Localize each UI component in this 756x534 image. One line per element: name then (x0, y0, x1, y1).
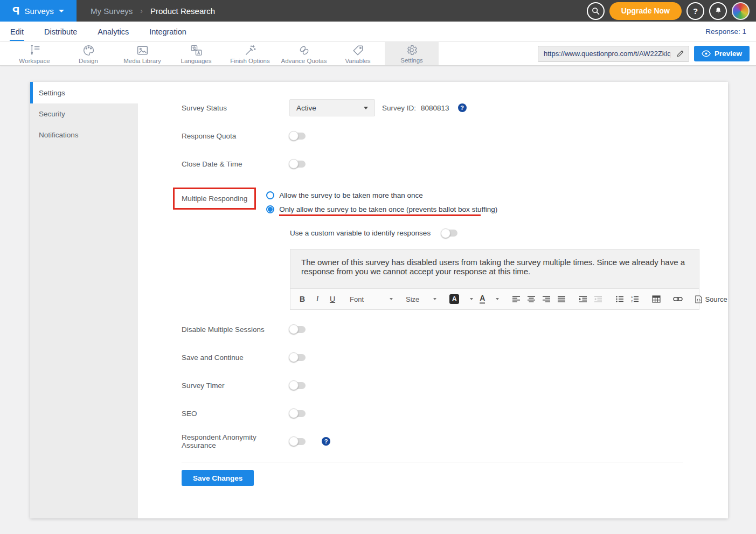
response-quota-label: Response Quota (182, 132, 289, 140)
radio-option-allow-multiple[interactable]: Allow the survey to be taken more than o… (266, 191, 497, 199)
respondent-anonymity-help-icon[interactable]: ? (322, 437, 330, 446)
outdent-button[interactable] (592, 293, 605, 306)
source-document-icon (695, 295, 702, 303)
multiple-responding-options: Allow the survey to be taken more than o… (266, 188, 497, 216)
question-mark-icon: ? (693, 6, 698, 16)
preview-button[interactable]: Preview (694, 46, 750, 61)
background-color-button[interactable]: A (447, 294, 475, 304)
eye-icon (702, 50, 711, 57)
upgrade-now-button[interactable]: Upgrade Now (609, 2, 682, 20)
survey-timer-label: Survey Timer (182, 382, 289, 390)
breadcrumb-my-surveys[interactable]: My Surveys (91, 6, 133, 16)
top-bar: P Surveys My Surveys › Product Research … (0, 0, 756, 22)
chevron-down-icon (59, 10, 64, 12)
survey-status-row: Survey Status Active Survey ID: 8080813 … (182, 99, 699, 116)
radio-option-only-once[interactable]: Only allow the survey to be taken once (… (266, 205, 497, 213)
indent-button[interactable] (577, 293, 589, 306)
questionpro-logo: P (12, 5, 19, 17)
disable-multiple-sessions-row: Disable Multiple Sessions (182, 321, 699, 338)
tab-edit[interactable]: Edit (10, 23, 24, 41)
custom-variable-row: Use a custom variable to identify respon… (290, 229, 699, 237)
chevron-down-icon (496, 298, 499, 300)
numbered-list-button[interactable]: 12 (628, 293, 641, 306)
toolbar-item-variables[interactable]: Variables (331, 42, 385, 65)
help-button[interactable]: ? (686, 2, 704, 20)
edit-toolbar: Workspace Design Media Library Languages… (0, 42, 756, 66)
sidebar-item-security[interactable]: Security (30, 103, 138, 124)
seo-label: SEO (182, 410, 289, 418)
align-center-button[interactable] (525, 293, 538, 306)
bell-icon (714, 6, 723, 15)
toolbar-item-settings[interactable]: Settings (385, 42, 439, 65)
editor-message-text[interactable]: The owner of this survey has disabled us… (290, 249, 699, 288)
toolbar-item-advance-quotas[interactable]: Advance Quotas (277, 42, 331, 65)
underline-button[interactable]: U (326, 293, 339, 306)
sidebar-item-notifications[interactable]: Notifications (30, 124, 138, 145)
italic-button[interactable]: I (311, 293, 324, 306)
toggle-knob (289, 436, 299, 446)
disable-multiple-sessions-toggle[interactable] (289, 326, 306, 333)
bold-button[interactable]: B (296, 293, 309, 306)
finish-options-icon (244, 44, 257, 57)
settings-sidebar: Settings Security Notifications (30, 82, 138, 518)
survey-status-help-icon[interactable]: ? (458, 103, 467, 112)
respondent-anonymity-toggle[interactable] (289, 438, 306, 445)
design-icon (82, 44, 95, 57)
insert-table-button[interactable] (650, 293, 663, 306)
notifications-button[interactable] (709, 2, 727, 20)
workspace-icon (28, 44, 41, 57)
message-editor: The owner of this survey has disabled us… (290, 249, 699, 310)
search-icon (591, 6, 600, 16)
bullet-list-button[interactable] (613, 293, 626, 306)
response-count: Response: 1 (705, 27, 746, 36)
font-dropdown[interactable]: Font (348, 295, 395, 303)
close-date-time-row: Close Date & Time (182, 155, 699, 172)
disable-multiple-sessions-label: Disable Multiple Sessions (182, 325, 289, 334)
close-date-time-label: Close Date & Time (182, 160, 289, 168)
editor-toolbar: B I U Font Size A A 12 (290, 288, 699, 309)
edit-url-button[interactable] (672, 46, 689, 61)
indent-icon (579, 295, 587, 303)
toggle-knob (441, 228, 450, 238)
seo-toggle[interactable] (289, 410, 306, 417)
tab-distribute[interactable]: Distribute (44, 23, 78, 41)
search-button[interactable] (587, 2, 605, 20)
toolbar-right: Preview (538, 42, 756, 65)
size-dropdown[interactable]: Size (404, 295, 439, 303)
chevron-down-icon (433, 298, 436, 300)
radio-icon[interactable] (266, 191, 274, 199)
save-changes-button[interactable]: Save Changes (182, 470, 254, 486)
align-right-button[interactable] (540, 293, 553, 306)
user-avatar[interactable] (732, 2, 750, 20)
survey-status-label: Survey Status (182, 104, 289, 112)
app-logo-menu[interactable]: P Surveys (0, 0, 77, 22)
seo-row: SEO (182, 405, 699, 422)
source-button[interactable]: Source (693, 295, 728, 303)
align-left-button[interactable] (510, 293, 523, 306)
tab-analytics[interactable]: Analytics (97, 23, 129, 41)
save-and-continue-toggle[interactable] (289, 354, 306, 361)
survey-url-input[interactable] (538, 50, 672, 58)
toolbar-item-finish-options[interactable]: Finish Options (223, 42, 277, 65)
toggle-knob (289, 352, 299, 362)
chevron-down-icon (364, 107, 368, 109)
sidebar-item-settings[interactable]: Settings (30, 82, 138, 103)
toolbar-item-media-library[interactable]: Media Library (115, 42, 169, 65)
product-menu-label: Surveys (25, 6, 54, 16)
tab-integration[interactable]: Integration (149, 23, 187, 41)
text-color-button[interactable]: A (477, 294, 501, 304)
table-icon (652, 295, 661, 303)
response-quota-row: Response Quota (182, 127, 699, 144)
survey-status-select[interactable]: Active (289, 99, 375, 116)
toolbar-item-workspace[interactable]: Workspace (8, 42, 61, 65)
justify-button[interactable] (555, 293, 568, 306)
toolbar-item-languages[interactable]: Languages (169, 42, 223, 65)
custom-variable-toggle[interactable] (441, 230, 457, 237)
survey-timer-toggle[interactable] (289, 382, 306, 389)
toolbar-item-design[interactable]: Design (61, 42, 115, 65)
insert-link-button[interactable] (671, 293, 684, 306)
radio-selected-icon[interactable] (266, 205, 274, 213)
close-date-time-toggle[interactable] (289, 161, 306, 168)
toggle-knob (289, 324, 299, 334)
response-quota-toggle[interactable] (289, 133, 306, 140)
